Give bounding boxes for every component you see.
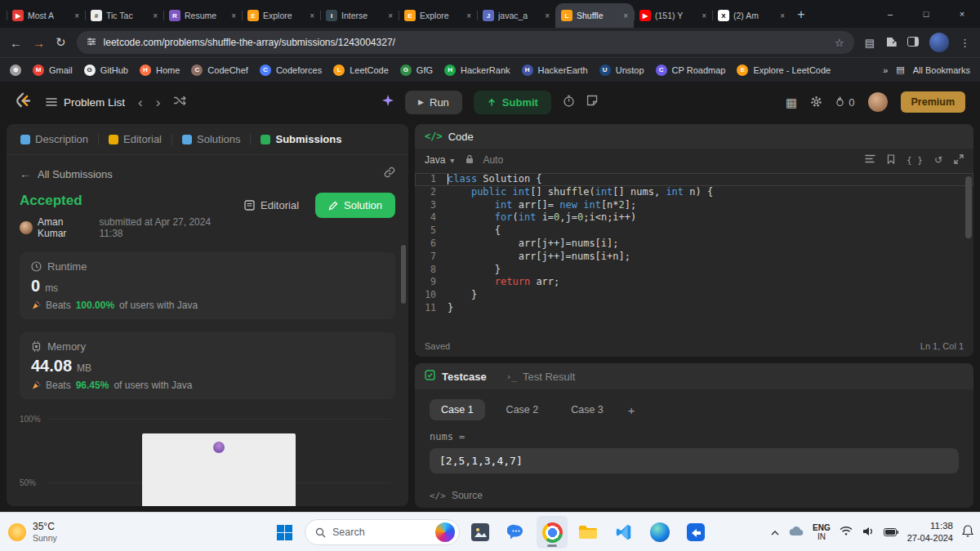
all-submissions-back[interactable]: ← All Submissions bbox=[20, 167, 113, 180]
tab-close-icon[interactable]: × bbox=[310, 11, 314, 20]
battery-icon[interactable] bbox=[884, 525, 898, 540]
url-text[interactable]: leetcode.com/problems/shuffle-the-array/… bbox=[104, 37, 827, 48]
bookmark-item[interactable]: CCP Roadmap bbox=[656, 64, 726, 76]
problem-list-button[interactable]: Problem List bbox=[46, 96, 125, 109]
browser-tab[interactable]: LShuffle× bbox=[555, 3, 634, 28]
bookmark-item[interactable]: ⊕ bbox=[10, 64, 21, 76]
bookmark-item[interactable]: HHome bbox=[140, 64, 180, 76]
bookmark-item[interactable]: MGmail bbox=[33, 64, 73, 76]
premium-button[interactable]: Premium bbox=[901, 91, 966, 113]
browser-tab[interactable]: ▶(151) Y× bbox=[634, 3, 712, 28]
address-bar[interactable]: leetcode.com/problems/shuffle-the-array/… bbox=[77, 31, 854, 54]
shuffle-icon[interactable] bbox=[173, 95, 186, 109]
case-tab[interactable]: Case 2 bbox=[495, 399, 550, 420]
prev-problem-icon[interactable]: ‹ bbox=[138, 96, 143, 109]
tab-close-icon[interactable]: × bbox=[231, 11, 236, 20]
bookmark-item[interactable]: HHackerRank bbox=[444, 64, 510, 76]
all-bookmarks-label[interactable]: All Bookmarks bbox=[913, 65, 970, 75]
code-line[interactable]: 11} bbox=[415, 302, 973, 315]
tab-close-icon[interactable]: × bbox=[545, 11, 550, 20]
forward-icon[interactable]: → bbox=[33, 36, 45, 50]
browser-tab[interactable]: X(2) Am× bbox=[712, 3, 791, 28]
panel-scrollbar[interactable] bbox=[401, 245, 406, 304]
taskbar-search[interactable]: Search bbox=[305, 519, 460, 545]
detail-tab-submissions[interactable]: Submissions bbox=[258, 133, 344, 145]
bookmark-item[interactable]: HHackerEarth bbox=[522, 64, 588, 76]
browser-tab[interactable]: RResume× bbox=[163, 3, 242, 28]
editor-scrollbar[interactable] bbox=[965, 176, 972, 238]
tab-close-icon[interactable]: × bbox=[153, 11, 158, 20]
vscode-app-icon[interactable] bbox=[608, 516, 639, 549]
bookmark-item[interactable]: CCodeforces bbox=[260, 64, 322, 76]
bookmark-item[interactable]: CCodeChef bbox=[191, 64, 248, 76]
source-link[interactable]: </> Source bbox=[430, 490, 483, 501]
profile-avatar[interactable] bbox=[929, 33, 949, 52]
volume-icon[interactable] bbox=[862, 525, 875, 540]
format-icon[interactable] bbox=[865, 154, 875, 166]
side-panel-icon[interactable] bbox=[907, 37, 919, 49]
language-selector[interactable]: Java bbox=[425, 154, 445, 166]
bookmark-item[interactable]: GGitHub bbox=[84, 64, 128, 76]
braces-icon[interactable]: { } bbox=[906, 155, 923, 166]
file-explorer-icon[interactable] bbox=[572, 516, 604, 549]
onedrive-cloud-icon[interactable] bbox=[789, 525, 804, 540]
tab-close-icon[interactable]: × bbox=[623, 11, 628, 20]
cursor-position[interactable]: Ln 1, Col 1 bbox=[920, 341, 964, 351]
streak-counter[interactable]: 0 bbox=[835, 96, 854, 109]
search-highlights-icon[interactable] bbox=[435, 522, 455, 542]
browser-tab[interactable]: ▶Most A× bbox=[7, 3, 85, 28]
edge-app-icon[interactable] bbox=[644, 516, 675, 549]
bookmark-item[interactable]: EExplore - LeetCode bbox=[737, 64, 831, 76]
code-line[interactable]: 2 public int[] shuffle(int[] nums, int n… bbox=[415, 186, 973, 199]
code-line[interactable]: 7 arr[j++]=nums[i+n]; bbox=[415, 251, 973, 264]
apps-grid-icon[interactable]: ▦ bbox=[786, 96, 797, 109]
solution-button[interactable]: Solution bbox=[315, 193, 395, 218]
param-value-input[interactable]: [2,5,1,3,4,7] bbox=[430, 448, 959, 473]
share-link-icon[interactable] bbox=[384, 167, 395, 181]
next-problem-icon[interactable]: › bbox=[156, 96, 161, 109]
case-tab[interactable]: Case 1 bbox=[430, 399, 485, 420]
photos-app-icon[interactable] bbox=[465, 516, 496, 549]
wifi-icon[interactable] bbox=[840, 525, 853, 540]
browser-menu-icon[interactable]: ⋮ bbox=[960, 37, 970, 49]
settings-gear-icon[interactable] bbox=[810, 96, 822, 109]
code-line[interactable]: 4 for(int i=0,j=0;i<n;i++) bbox=[415, 211, 973, 224]
code-line[interactable]: 3 int arr[]= new int[n*2]; bbox=[415, 199, 973, 212]
reload-icon[interactable]: ↻ bbox=[56, 35, 66, 50]
tab-close-icon[interactable]: × bbox=[74, 11, 79, 20]
testcase-tab[interactable]: Testcase bbox=[442, 371, 487, 383]
notification-bell-icon[interactable] bbox=[962, 525, 973, 540]
chat-app-icon[interactable] bbox=[501, 516, 532, 549]
code-line[interactable]: 8 } bbox=[415, 264, 973, 277]
bookmark-item[interactable]: GGfG bbox=[400, 64, 433, 76]
runtime-card[interactable]: Runtime 0 ms Beats 100.00% of users with… bbox=[20, 252, 395, 319]
detail-tab-editorial[interactable]: Editorial bbox=[106, 133, 164, 145]
user-avatar[interactable] bbox=[868, 92, 888, 112]
site-settings-icon[interactable] bbox=[87, 37, 96, 49]
language-indicator[interactable]: ENG IN bbox=[813, 523, 831, 542]
timer-icon[interactable] bbox=[563, 95, 575, 110]
run-button[interactable]: ▶ Run bbox=[405, 91, 462, 114]
tab-search-icon[interactable]: ▤ bbox=[865, 37, 875, 49]
new-tab-button[interactable]: + bbox=[791, 4, 812, 25]
bookmarks-overflow-chevron[interactable]: » bbox=[883, 65, 888, 75]
code-line[interactable]: 6 arr[j++]=nums[i]; bbox=[415, 238, 973, 251]
tab-close-icon[interactable]: × bbox=[388, 11, 393, 20]
notes-icon[interactable] bbox=[586, 95, 598, 109]
browser-tab[interactable]: IInterse× bbox=[320, 3, 399, 28]
chrome-app-icon[interactable] bbox=[537, 516, 568, 549]
start-button[interactable] bbox=[269, 516, 300, 549]
close-button[interactable]: × bbox=[944, 0, 980, 28]
tab-close-icon[interactable]: × bbox=[702, 11, 706, 20]
editorial-button[interactable]: Editorial bbox=[236, 193, 307, 218]
undo-icon[interactable]: ↺ bbox=[934, 154, 942, 166]
bookmark-icon[interactable] bbox=[887, 154, 895, 167]
submit-button[interactable]: Submit bbox=[474, 91, 551, 114]
auto-save-label[interactable]: Auto bbox=[483, 154, 503, 166]
submitter-name[interactable]: Aman Kumar bbox=[38, 216, 94, 239]
detail-tab-description[interactable]: Description bbox=[18, 133, 91, 145]
browser-tab[interactable]: Jjavac_a× bbox=[477, 3, 555, 28]
code-line[interactable]: 10 } bbox=[415, 289, 973, 302]
leetcode-logo-icon[interactable] bbox=[15, 91, 33, 113]
extensions-puzzle-icon[interactable] bbox=[885, 36, 897, 50]
